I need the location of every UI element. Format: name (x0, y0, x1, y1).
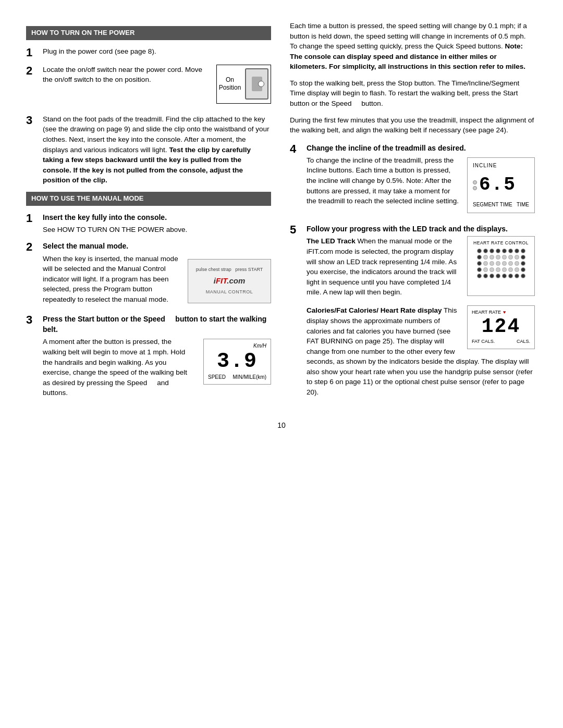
heart-rate-display-illustration: HEART RATE ♥ 124 FAT CALS. CALS. (467, 305, 535, 349)
led-dot (515, 274, 519, 278)
led-row (477, 261, 525, 266)
incline-label: INCLINE (473, 162, 529, 170)
step-content: OnPosition Locate the on/off switch near… (43, 65, 271, 108)
led-dot (483, 274, 488, 278)
calories-section: HEART RATE ♥ 124 FAT CALS. CALS. Calori (307, 305, 535, 397)
led-dot (477, 274, 482, 278)
manual-step-2: 2 Select the manual mode. pulse chest st… (26, 241, 271, 307)
led-dot (477, 261, 482, 266)
step-body: See HOW TO TURN ON THE POWER above. (43, 225, 271, 235)
step-number: 1 (26, 213, 39, 235)
cals-label: CALS. (517, 338, 530, 345)
left-column: HOW TO TURN ON THE POWER 1 Plug in the p… (26, 21, 271, 404)
step-title: Change the incline of the treadmill as d… (307, 143, 535, 153)
on-position-illustration: OnPosition (216, 65, 271, 104)
intro-para-3: During the first few minutes that you us… (290, 115, 535, 135)
step-content: Select the manual mode. pulse chest stra… (43, 241, 271, 307)
right-step-4: 4 Change the incline of the treadmill as… (290, 143, 535, 217)
led-dot (515, 267, 519, 272)
led-dot (502, 249, 507, 253)
on-position-label: OnPosition (219, 76, 241, 92)
led-dot (496, 267, 500, 272)
incline-value: 6.5 (479, 170, 516, 200)
led-dot (515, 261, 519, 266)
step-content: Change the incline of the treadmill as d… (307, 143, 535, 217)
step-number: 3 (26, 314, 39, 398)
fat-cals-label: FAT CALS. (472, 338, 495, 345)
led-dot (508, 261, 513, 266)
speed-sublabels: SPEED MIN/MILE(km) (208, 374, 266, 381)
led-grid (471, 249, 531, 278)
time-label: TIME (517, 201, 529, 209)
led-dot (508, 249, 513, 253)
led-dot (489, 255, 494, 260)
led-dot (483, 249, 488, 253)
step-content: Stand on the foot pads of the treadmill.… (43, 114, 271, 186)
section-header-manual: HOW TO USE THE MANUAL MODE (26, 192, 271, 206)
led-dot (489, 267, 494, 272)
step-number: 5 (290, 224, 302, 397)
hr-control-label: HEART RATE CONTROL (471, 240, 531, 246)
led-row (477, 255, 525, 260)
step-3-power: 3 Stand on the foot pads of the treadmil… (26, 114, 271, 186)
step-title: Follow your progress with the LED track … (307, 224, 535, 234)
led-dot (502, 274, 507, 278)
led-dot (502, 267, 507, 272)
led-dot (515, 255, 519, 260)
page-number: 10 (26, 420, 537, 430)
mc-bottom-label: MANUAL CONTROL (206, 289, 253, 295)
intro-para-1: Each time a button is pressed, the speed… (290, 21, 535, 72)
step-1-power: 1 Plug in the power cord (see page 8). (26, 46, 271, 58)
led-dot (477, 267, 482, 272)
led-track-illustration: HEART RATE CONTROL (467, 236, 535, 296)
led-dot (477, 249, 482, 253)
led-row (477, 274, 525, 278)
min-mile-label: MIN/MILE(km) (233, 374, 266, 381)
led-dot (515, 249, 519, 253)
step-title: Select the manual mode. (43, 241, 271, 251)
led-dot (521, 249, 525, 253)
led-dot (521, 255, 525, 260)
intro-para-2: To stop the walking belt, press the Stop… (290, 78, 535, 109)
led-dot (521, 261, 525, 266)
mc-top-label: pulse chest strap press START (196, 266, 263, 273)
step-content: Press the Start button or the Speed butt… (43, 314, 271, 398)
led-dot (508, 255, 513, 260)
step-number: 2 (26, 241, 39, 307)
led-track-section: HEART RATE CONTROL (307, 236, 535, 300)
led-dot (489, 261, 494, 266)
section-header-power: HOW TO TURN ON THE POWER (26, 26, 271, 40)
led-dot (496, 249, 500, 253)
manual-step-1: 1 Insert the key fully into the console.… (26, 212, 271, 235)
step-content: Plug in the power cord (see page 8). (43, 46, 271, 58)
step-content: Insert the key fully into the console. S… (43, 212, 271, 235)
led-dot (521, 274, 525, 278)
incline-sublabels: SEGMENT TIME TIME (473, 201, 529, 209)
led-dot (477, 255, 482, 260)
led-row (477, 267, 525, 272)
led-dot (496, 261, 500, 266)
led-dot (483, 261, 488, 266)
speed-display-illustration: Km/H 3.9 SPEED MIN/MILE(km) (203, 339, 271, 385)
led-dot (489, 249, 494, 253)
step-number: 4 (290, 143, 302, 217)
right-step-5: 5 Follow your progress with the LED trac… (290, 224, 535, 397)
speed-label: SPEED (208, 374, 226, 381)
manual-control-illustration: pulse chest strap press START iFIT.com M… (188, 256, 271, 303)
step-title: Insert the key fully into the console. (43, 212, 271, 223)
led-dot (508, 267, 513, 272)
step-number: 1 (26, 47, 39, 58)
hr-sublabels: FAT CALS. CALS. (472, 338, 530, 345)
kmh-label: Km/H (208, 342, 266, 350)
step-number: 3 (26, 115, 39, 186)
hr-value: 124 (472, 317, 530, 337)
led-dot (489, 274, 494, 278)
step-title: Press the Start button or the Speed butt… (43, 314, 271, 335)
incline-display-illustration: INCLINE 6.5 SEGMENT TIME TIME (467, 157, 535, 213)
led-dot (483, 267, 488, 272)
led-dot (508, 274, 513, 278)
led-row (477, 249, 525, 253)
step-2-power: 2 OnPosition Lo (26, 65, 271, 108)
led-dot (496, 255, 500, 260)
manual-step-3: 3 Press the Start button or the Speed bu… (26, 314, 271, 398)
